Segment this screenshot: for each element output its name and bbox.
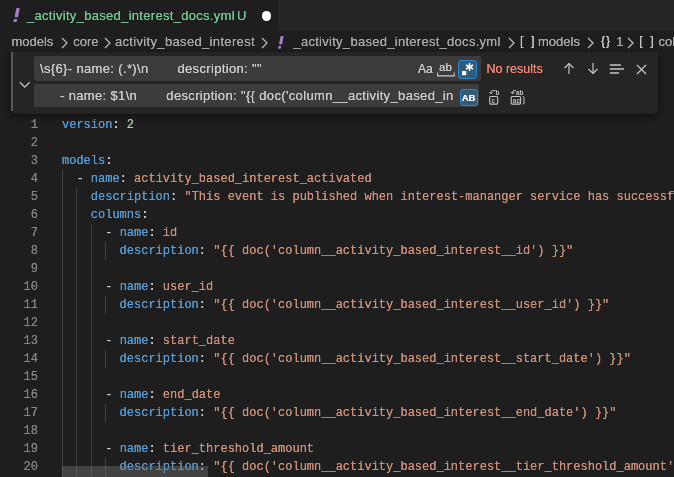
svg-text:ac: ac: [512, 96, 520, 103]
svg-text:ab: ab: [516, 89, 524, 96]
svg-text:c: c: [491, 96, 495, 103]
svg-text:b: b: [495, 89, 499, 96]
